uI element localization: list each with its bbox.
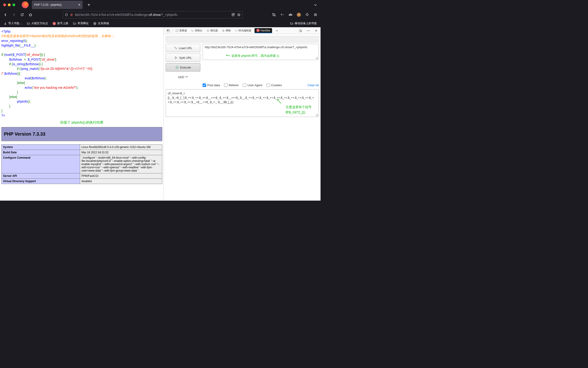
php-version-title: PHP Version 7.3.33 [4,131,160,137]
bookmark-bar: 导入书签… 火狐官方站点 新手上路 常用网址 京东商城 移动设备上的书签 [0,20,321,27]
hackbar-icon [256,29,260,32]
svg-rect-2 [232,13,233,15]
resize-handle-icon[interactable] [316,57,318,59]
page-content: <?php //本题灵感来自研究Y4tacker佬在吃瓜杯投稿的shellme时… [0,27,164,201]
browser-tab[interactable]: PHP 7.3.33 - phpinfo() × [32,1,83,9]
annotation-url: 这里传 phpinfo 即可，因为会拼接 (); [226,54,279,58]
phpinfo-table: SystemLinux f5ce9d2661d8 5.4.0-135-gener… [1,144,162,184]
titlebar: PHP 7.3.33 - phpinfo() × + [0,0,321,10]
home-button[interactable] [27,11,34,18]
add-slash-button[interactable]: ADD "/" [166,73,200,81]
scissors-icon [174,56,178,59]
devtools-panel: 查看器 控制台 调试器 网络 样式编辑器 HackBar [164,27,321,201]
tab-title: PHP 7.3.33 - phpinfo() [34,3,62,7]
forward-button[interactable] [10,11,18,18]
tab-inspector[interactable]: 查看器 [174,27,189,34]
reload-button[interactable] [19,11,26,18]
folder-icon [290,22,293,25]
tabs-dropdown-icon[interactable] [312,2,319,8]
clear-all-button[interactable]: Clear All [308,83,319,87]
maximize-window-button[interactable] [12,3,15,6]
hackbar-body: Load URL Split URL Execute ADD "/" [164,34,321,119]
bookmark-star-icon[interactable] [237,13,241,17]
table-row: Virtual Directory Supportdisabled [2,178,162,184]
bookmark-getting-started[interactable]: 新手上路 [51,20,70,26]
tab-style-editor[interactable]: 样式编辑器 [233,27,253,34]
load-url-button[interactable]: Load URL [166,44,200,52]
annotation-postdata: 注意这里有个括号 即$_GET[_](); [286,104,312,115]
table-row: Server APIFPM/FastCGI [2,173,162,178]
new-tab-button[interactable]: + [85,1,92,8]
close-window-button[interactable] [3,3,6,6]
firefox-favicon-icon [53,22,56,25]
devtools-more-tabs-icon[interactable] [274,27,280,34]
php-source-code: <?php //本题灵感来自研究Y4tacker佬在吃瓜杯投稿的shellme时… [1,29,162,118]
tab-debugger[interactable]: 调试器 [205,27,220,34]
execute-button[interactable]: Execute [166,63,200,72]
table-row: SystemLinux f5ce9d2661d8 5.4.0-135-gener… [2,144,162,150]
user-agent-checkbox[interactable]: User Agent [243,83,262,87]
lock-insecure-icon [70,13,73,16]
link-icon [174,46,178,50]
extension-cookie-icon[interactable] [296,11,302,18]
hackbar-top-toolbar[interactable] [166,36,319,42]
svg-point-17 [175,56,176,57]
import-bookmarks-button[interactable]: 导入书签… [2,20,24,26]
folder-icon [73,22,76,25]
cookies-checkbox[interactable]: Cookies [266,83,282,87]
svg-point-16 [309,30,310,31]
url-text: bb23e165-7024-47b4-a7c9-efef293dff7a.cha… [75,13,230,17]
url-bar[interactable]: bb23e165-7024-47b4-a7c9-efef293dff7a.cha… [63,11,243,18]
devtools-close-icon[interactable] [313,28,320,34]
svg-rect-9 [168,30,169,31]
svg-rect-4 [232,15,233,16]
svg-rect-10 [176,29,178,32]
devtools-responsive-icon[interactable] [297,28,304,34]
tab-hackbar[interactable]: HackBar [255,28,272,33]
play-icon [175,65,179,69]
svg-point-14 [307,30,308,31]
firefox-logo-icon [22,1,28,8]
hackbar-url-value: http://bb23e165-7024-47b4-a7c9-efef293df… [205,46,307,49]
table-row: Build DateMar 18 2022 04:31:02 [2,150,162,155]
globe-icon [93,22,96,25]
hackbar-postdata-value: ctf_show=$_= []._;$_=$_['_'];$_++;$_++;$… [168,92,314,104]
import-icon [4,22,7,25]
hackbar-postdata-input[interactable]: ctf_show=$_= []._;$_=$_['_'];$_++;$_++;$… [166,89,319,117]
navbar: bb23e165-7024-47b4-a7c9-efef293dff7a.cha… [0,10,321,20]
crop-icon[interactable] [271,11,277,18]
svg-point-18 [175,58,176,59]
svg-point-15 [308,30,309,31]
minimize-window-button[interactable] [8,3,11,6]
shield-icon [65,13,68,16]
tab-console[interactable]: 控制台 [189,27,204,34]
close-tab-icon[interactable]: × [78,3,80,7]
devtools-iframe-select-icon[interactable] [165,27,172,34]
bookmark-folder-common[interactable]: 常用网址 [71,20,90,26]
window-controls [3,3,15,6]
folder-icon [27,22,30,25]
svg-rect-5 [234,15,234,15]
menu-icon[interactable] [312,11,319,18]
svg-rect-12 [299,29,301,32]
cloud-icon[interactable] [287,11,294,18]
back-button[interactable] [2,11,9,18]
split-url-button[interactable]: Split URL [166,54,200,62]
annotation-phpinfo-result: 回显了 phpinfo();的执行结果 [1,120,162,125]
post-data-checkbox[interactable]: Post data [203,83,220,87]
hackbar-url-input[interactable]: http://bb23e165-7024-47b4-a7c9-efef293df… [203,44,319,60]
referer-checkbox[interactable]: Referer [224,83,239,87]
devtools-tabs: 查看器 控制台 调试器 网络 样式编辑器 HackBar [164,27,321,34]
bookmark-jd[interactable]: 京东商城 [91,20,111,26]
table-row: Configure Command'./configure' '--build=… [2,155,162,173]
svg-rect-6 [234,16,235,16]
tab-network[interactable]: 网络 [220,27,233,34]
qr-icon[interactable] [231,13,235,17]
resize-handle-icon[interactable] [316,114,318,116]
undo-icon[interactable] [279,11,285,18]
phpinfo-version-header: PHP Version 7.3.33 [1,127,162,141]
bookmark-folder-firefox[interactable]: 火狐官方站点 [25,20,50,26]
extensions-icon[interactable] [304,11,310,18]
devtools-options-icon[interactable] [305,28,312,34]
bookmark-folder-mobile[interactable]: 移动设备上的书签 [288,20,319,26]
